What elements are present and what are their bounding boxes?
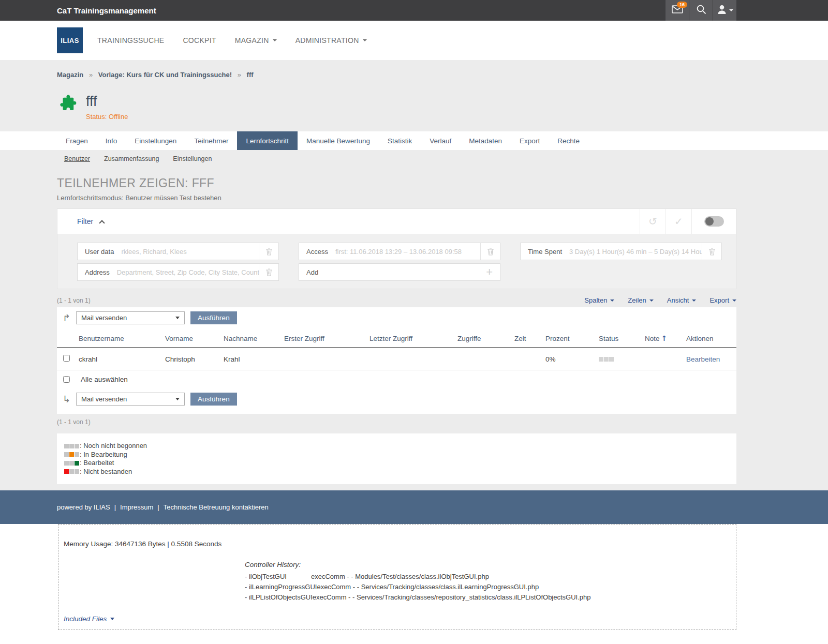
cell-lastname: Krahl	[221, 348, 282, 370]
execute-button-top[interactable]: Ausführen	[190, 311, 237, 324]
subtab-benutzer[interactable]: Benutzer	[64, 155, 90, 162]
cell-time	[512, 348, 543, 370]
status-square-icon	[69, 461, 74, 466]
edit-link[interactable]: Bearbeiten	[686, 355, 720, 363]
cell-firstname: Christoph	[163, 348, 221, 370]
filter-reset-button[interactable]: ↺	[640, 209, 666, 234]
column-header-zeit[interactable]: Zeit	[512, 330, 543, 348]
tab-lernfortschritt[interactable]: Lernfortschritt	[237, 131, 298, 150]
filter-add-field[interactable]: Add +	[299, 263, 500, 281]
status-square-icon	[64, 452, 69, 457]
filter-switch[interactable]	[704, 216, 724, 227]
status-square-icon	[64, 461, 69, 466]
top-bar: CaT Trainingsmanagement 16	[0, 0, 828, 21]
trash-icon[interactable]	[480, 243, 500, 260]
menu-zeilen[interactable]: Zeilen	[628, 296, 653, 304]
menu-spalten[interactable]: Spalten	[584, 296, 614, 304]
menu-ansicht[interactable]: Ansicht	[667, 296, 697, 304]
breadcrumb-magazin[interactable]: Magazin	[57, 71, 83, 79]
ilias-logo[interactable]: ILIAS	[57, 27, 83, 53]
column-header-status[interactable]: Status	[597, 330, 643, 348]
chevron-down-icon	[732, 299, 736, 302]
status-square-icon	[75, 452, 79, 457]
footer-separator: |	[114, 503, 116, 511]
column-header-note[interactable]: Note↑	[643, 330, 684, 348]
tab-export[interactable]: Export	[511, 131, 549, 150]
mail-button[interactable]: 16	[665, 0, 689, 21]
filter-field-time-spent[interactable]: Time Spent 3 Day(s) 1 Hour(s) 46 min – 5…	[520, 243, 722, 260]
controller-history-entry: - ilLearningProgressGUI execComm - - Ser…	[245, 583, 736, 591]
chevron-down-icon	[110, 618, 114, 620]
footer-impressum-link[interactable]: Impressum	[120, 503, 153, 511]
column-header-nachname[interactable]: Nachname	[221, 330, 282, 348]
trash-icon[interactable]	[702, 243, 721, 260]
plus-icon[interactable]: +	[486, 265, 493, 279]
tab-verlauf[interactable]: Verlauf	[421, 131, 460, 150]
subtab-einstellungen[interactable]: Einstellungen	[173, 155, 212, 162]
puzzle-icon	[58, 94, 78, 121]
status-square-icon	[64, 444, 69, 448]
column-header-erster-zugriff[interactable]: Erster Zugriff	[282, 330, 367, 348]
cell-first-access	[282, 348, 367, 370]
bulk-action-select-bottom[interactable]: Mail versenden	[76, 393, 185, 406]
row-checkbox[interactable]	[63, 355, 70, 362]
tab-teilnehmer[interactable]: Teilnehmer	[185, 131, 237, 150]
filter-body: User data rklees, Richard, Klees Access …	[57, 234, 736, 289]
filter-field-user-data[interactable]: User data rklees, Richard, Klees	[77, 243, 279, 260]
filter-field-address[interactable]: Address Department, Street, Zip Code, Ci…	[77, 263, 279, 281]
cell-accesses	[455, 348, 512, 370]
cell-status	[597, 348, 643, 370]
select-all-checkbox[interactable]	[63, 376, 70, 383]
object-header: fff Status: Offline	[58, 94, 828, 121]
menu-export[interactable]: Export	[709, 296, 736, 304]
included-files-toggle[interactable]: Included Files	[64, 615, 114, 623]
result-range-bottom: (1 - 1 von 1)	[57, 418, 91, 426]
tab-statistik[interactable]: Statistik	[379, 131, 421, 150]
result-range-top: (1 - 1 von 1)	[57, 297, 91, 304]
breadcrumb-vorlage[interactable]: Vorlage: Kurs für CK und Trainingssuche!	[98, 71, 232, 79]
select-all-label: Alle auswählen	[81, 376, 128, 383]
topbar-icon-group: 16	[665, 0, 736, 21]
cell-actions: Bearbeiten	[684, 348, 736, 370]
footer-separator: |	[157, 503, 159, 511]
status-square-icon	[75, 469, 79, 474]
column-header-zugriffe[interactable]: Zugriffe	[455, 330, 512, 348]
status-square-icon	[69, 444, 74, 448]
filter-toggle[interactable]: Filter	[77, 217, 104, 226]
nav-item-magazin[interactable]: MAGAZIN	[235, 36, 277, 44]
user-menu-button[interactable]	[713, 0, 736, 21]
column-header-prozent[interactable]: Prozent	[543, 330, 597, 348]
status-legend: : Noch nicht begonnen : In Bearbeitung :…	[57, 433, 736, 484]
tab-einstellungen[interactable]: Einstellungen	[126, 131, 185, 150]
trash-icon[interactable]	[259, 243, 278, 260]
column-header-vorname[interactable]: Vorname	[163, 330, 221, 348]
chevron-up-icon	[99, 220, 105, 226]
bulk-action-select-top[interactable]: Mail versenden	[76, 311, 185, 324]
search-button[interactable]	[689, 0, 713, 21]
memory-usage: Memory Usage: 34647136 Bytes | 0.5508 Se…	[64, 540, 736, 548]
status-badge: Status: Offline	[86, 113, 128, 121]
footer-powered-by[interactable]: powered by ILIAS	[57, 503, 110, 511]
filter-apply-button[interactable]: ✓	[666, 209, 691, 234]
status-square-icon	[64, 469, 69, 474]
tab-info[interactable]: Info	[97, 131, 126, 150]
arrow-up-right-icon: ↱	[63, 313, 70, 323]
execute-button-bottom[interactable]: Ausführen	[190, 393, 237, 406]
tab-rechte[interactable]: Rechte	[549, 131, 588, 150]
tab-metadaten[interactable]: Metadaten	[460, 131, 511, 150]
nav-item-cockpit[interactable]: COCKPIT	[183, 36, 216, 44]
nav-item-administration[interactable]: ADMINISTRATION	[295, 36, 367, 44]
subtab-zusammenfassung[interactable]: Zusammenfassung	[104, 155, 159, 162]
column-header-benutzername[interactable]: Benutzername	[77, 330, 163, 348]
filter-field-access[interactable]: Access first: 11.06.2018 13:29 – 13.06.2…	[299, 243, 500, 260]
nav-item-trainingssuche[interactable]: TRAININGSSUCHE	[97, 36, 164, 44]
check-icon: ✓	[674, 215, 683, 228]
tab-manuelle-bewertung[interactable]: Manuelle Bewertung	[298, 131, 379, 150]
arrow-down-right-icon: ↳	[63, 395, 70, 404]
breadcrumb-separator: »	[238, 71, 241, 79]
footer-support-link[interactable]: Technische Betreuung kontaktieren	[164, 503, 269, 511]
column-header-letzter-zugriff[interactable]: Letzter Zugriff	[367, 330, 455, 348]
tab-fragen[interactable]: Fragen	[57, 131, 97, 150]
trash-icon[interactable]	[259, 264, 278, 280]
page-title: fff	[86, 94, 128, 109]
